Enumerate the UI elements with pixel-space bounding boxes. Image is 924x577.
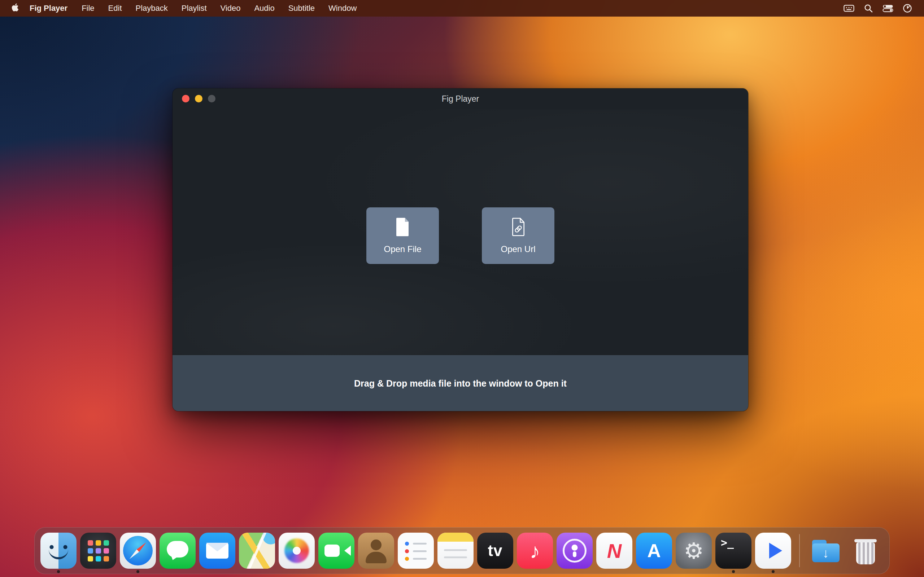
menu-bar: Fig Player File Edit Playback Playlist V…: [0, 0, 924, 16]
dock-item-podcasts[interactable]: [557, 533, 593, 569]
dock-item-downloads[interactable]: [808, 533, 844, 569]
trash-icon: [848, 533, 884, 569]
menu-playlist[interactable]: Playlist: [175, 3, 214, 13]
music-icon: [517, 533, 553, 569]
minimize-button[interactable]: [195, 95, 202, 102]
file-icon: [395, 218, 410, 239]
dock-item-system-settings[interactable]: [676, 533, 712, 569]
menu-audio[interactable]: Audio: [247, 3, 281, 13]
dock-item-news[interactable]: [596, 533, 632, 569]
menu-file[interactable]: File: [75, 3, 101, 13]
window-title: Fig Player: [442, 94, 479, 104]
window-titlebar[interactable]: Fig Player: [173, 89, 748, 109]
open-file-button[interactable]: Open File: [366, 207, 439, 264]
menu-subtitle[interactable]: Subtitle: [281, 3, 321, 13]
open-file-label: Open File: [384, 244, 421, 254]
running-indicator: [772, 570, 775, 573]
photos-icon: [279, 533, 315, 569]
running-indicator: [732, 570, 735, 573]
system-settings-icon: [676, 533, 712, 569]
safari-icon: [120, 533, 156, 569]
mail-icon: [199, 533, 235, 569]
dock-item-messages[interactable]: [160, 533, 195, 569]
downloads-folder-icon: [808, 533, 844, 569]
dock-item-maps[interactable]: [239, 533, 275, 569]
link-file-icon: [511, 218, 526, 239]
app-store-icon: [636, 533, 672, 569]
terminal-icon: [716, 533, 751, 569]
open-url-label: Open Url: [501, 244, 535, 254]
contacts-icon: [358, 533, 394, 569]
dock-separator: [799, 534, 800, 567]
dock-item-mail[interactable]: [199, 533, 235, 569]
dock-item-fig-player[interactable]: [755, 533, 791, 569]
facetime-icon: [318, 533, 354, 569]
apple-menu[interactable]: [11, 3, 19, 14]
control-center-icon[interactable]: [882, 3, 894, 14]
news-icon: [596, 533, 632, 569]
menu-edit[interactable]: Edit: [102, 3, 129, 13]
podcasts-icon: [557, 533, 593, 569]
menubar-app-name[interactable]: Fig Player: [23, 3, 75, 13]
reminders-icon: [398, 533, 434, 569]
dock-item-photos[interactable]: [279, 533, 315, 569]
zoom-button[interactable]: [208, 95, 215, 102]
fig-player-icon: [755, 533, 791, 569]
apple-icon: [11, 3, 19, 14]
running-indicator: [57, 570, 60, 573]
dock-item-reminders[interactable]: [398, 533, 434, 569]
menu-video[interactable]: Video: [214, 3, 247, 13]
dock-item-trash[interactable]: [848, 533, 884, 569]
launchpad-icon: [80, 533, 116, 569]
dock-item-finder[interactable]: [40, 533, 76, 569]
open-url-button[interactable]: Open Url: [482, 207, 554, 264]
search-icon[interactable]: [863, 3, 874, 14]
dock-item-notes[interactable]: [438, 533, 473, 569]
menu-playback[interactable]: Playback: [129, 3, 175, 13]
dock-item-tv[interactable]: [477, 533, 513, 569]
dock-item-app-store[interactable]: [636, 533, 672, 569]
drop-zone-footer: Drag & Drop media file into the window t…: [173, 355, 748, 411]
maps-icon: [239, 533, 275, 569]
messages-icon: [160, 533, 195, 569]
close-button[interactable]: [182, 95, 189, 102]
finder-icon: [40, 533, 76, 569]
dock-item-launchpad[interactable]: [80, 533, 116, 569]
menu-window[interactable]: Window: [321, 3, 363, 13]
dock: [34, 527, 890, 574]
fig-player-window: Fig Player Open File Open Url Drag & Dro…: [173, 89, 748, 411]
clock-icon[interactable]: [901, 3, 913, 14]
dock-item-music[interactable]: [517, 533, 553, 569]
tv-icon: [477, 533, 513, 569]
drop-hint-text: Drag & Drop media file into the window t…: [354, 378, 567, 389]
dock-item-safari[interactable]: [120, 533, 156, 569]
dock-item-contacts[interactable]: [358, 533, 394, 569]
running-indicator: [136, 570, 139, 573]
dock-item-terminal[interactable]: [716, 533, 751, 569]
dock-item-facetime[interactable]: [318, 533, 354, 569]
keyboard-icon[interactable]: [843, 3, 855, 14]
notes-icon: [438, 533, 473, 569]
